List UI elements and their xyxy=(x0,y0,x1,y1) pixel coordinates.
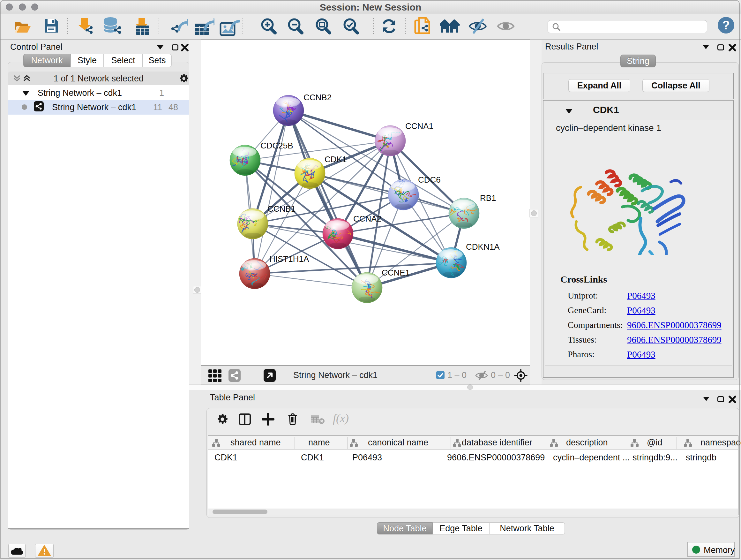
svg-text:CCNB1: CCNB1 xyxy=(267,204,295,213)
svg-text:CCNB2: CCNB2 xyxy=(304,92,332,102)
svg-text:CDKN1A: CDKN1A xyxy=(466,242,500,252)
svg-text:CDC6: CDC6 xyxy=(418,175,441,185)
svg-text:CCNA1: CCNA1 xyxy=(405,121,433,131)
svg-text:CDC25B: CDC25B xyxy=(260,141,293,150)
svg-text:CCNA2: CCNA2 xyxy=(353,214,381,224)
svg-text:CDK1: CDK1 xyxy=(325,154,347,164)
svg-text:HIST1H1A: HIST1H1A xyxy=(269,254,309,264)
svg-text:RB1: RB1 xyxy=(480,193,496,203)
svg-text:CCNE1: CCNE1 xyxy=(382,268,410,277)
